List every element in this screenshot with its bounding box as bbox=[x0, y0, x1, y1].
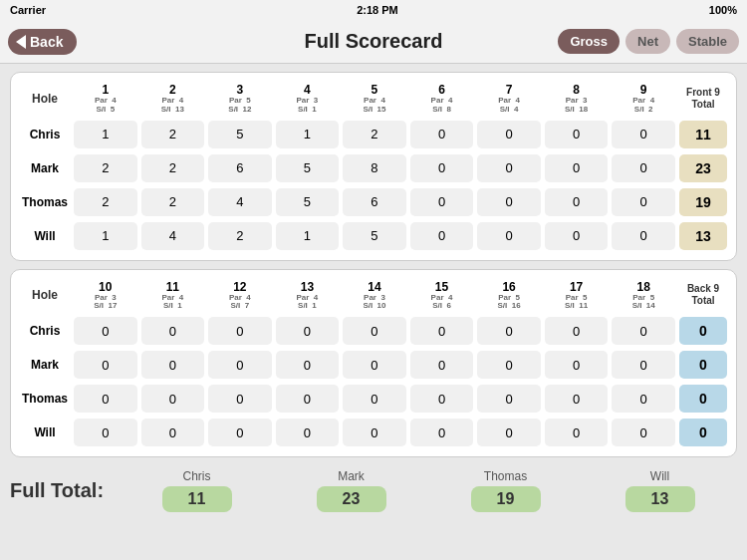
front-score-will-hole3[interactable]: 2 bbox=[207, 220, 273, 252]
front-score-will-hole7[interactable]: 0 bbox=[476, 220, 542, 252]
front-nine-table: Hole 1Par 4S/I 52Par 4S/I 133Par 5S/I 12… bbox=[17, 79, 730, 254]
front-score-will-hole4[interactable]: 1 bbox=[275, 220, 341, 252]
front-score-mark-hole5[interactable]: 8 bbox=[342, 152, 407, 184]
back-score-chris-hole10[interactable]: 0 bbox=[73, 315, 138, 347]
front-score-mark-hole7[interactable]: 0 bbox=[476, 152, 542, 184]
front-total-chris: 11 bbox=[678, 119, 728, 150]
front-score-will-hole5[interactable]: 5 bbox=[342, 220, 407, 252]
front-score-chris-hole1[interactable]: 1 bbox=[73, 119, 138, 150]
footer-player-will: Will13 bbox=[625, 469, 695, 512]
back-score-mark-hole13[interactable]: 0 bbox=[275, 349, 341, 381]
front-score-will-hole6[interactable]: 0 bbox=[409, 220, 475, 252]
back-score-will-hole18[interactable]: 0 bbox=[611, 417, 676, 448]
back-button[interactable]: Back bbox=[8, 29, 77, 55]
footer-player-total-mark: 23 bbox=[317, 486, 386, 512]
front-score-thomas-hole6[interactable]: 0 bbox=[409, 186, 475, 218]
front-score-chris-hole8[interactable]: 0 bbox=[544, 119, 610, 150]
back-score-chris-hole15[interactable]: 0 bbox=[409, 315, 475, 347]
back-score-mark-hole15[interactable]: 0 bbox=[409, 349, 475, 381]
footer-player-total-thomas: 19 bbox=[471, 486, 541, 512]
front-score-will-hole8[interactable]: 0 bbox=[544, 220, 610, 252]
back-score-mark-hole18[interactable]: 0 bbox=[611, 349, 676, 381]
back-score-will-hole10[interactable]: 0 bbox=[73, 417, 138, 448]
back-score-mark-hole14[interactable]: 0 bbox=[342, 349, 407, 381]
hole-header-back: Hole bbox=[19, 278, 71, 314]
front-score-mark-hole8[interactable]: 0 bbox=[544, 152, 610, 184]
back-score-thomas-hole13[interactable]: 0 bbox=[275, 383, 341, 415]
front-score-thomas-hole2[interactable]: 2 bbox=[140, 186, 206, 218]
front-score-chris-hole3[interactable]: 5 bbox=[207, 119, 273, 150]
back-score-mark-hole16[interactable]: 0 bbox=[476, 349, 542, 381]
stable-button[interactable]: Stable bbox=[676, 29, 739, 54]
back-hole-17-header: 17Par 5S/I 11 bbox=[544, 278, 610, 314]
back-score-chris-hole18[interactable]: 0 bbox=[611, 315, 676, 347]
front-score-thomas-hole7[interactable]: 0 bbox=[476, 186, 542, 218]
back-player-name-mark: Mark bbox=[19, 349, 71, 381]
front-score-chris-hole6[interactable]: 0 bbox=[409, 119, 475, 150]
back-score-thomas-hole10[interactable]: 0 bbox=[73, 383, 138, 415]
back-score-thomas-hole12[interactable]: 0 bbox=[207, 383, 273, 415]
back-total-chris: 0 bbox=[678, 315, 728, 347]
back-score-chris-hole11[interactable]: 0 bbox=[140, 315, 206, 347]
front-score-will-hole2[interactable]: 4 bbox=[140, 220, 206, 252]
front-score-thomas-hole9[interactable]: 0 bbox=[611, 186, 676, 218]
front-hole-8-header: 8Par 3S/I 18 bbox=[544, 81, 610, 117]
back-score-thomas-hole16[interactable]: 0 bbox=[476, 383, 542, 415]
back-score-will-hole14[interactable]: 0 bbox=[342, 417, 407, 448]
front-score-thomas-hole4[interactable]: 5 bbox=[275, 186, 341, 218]
back-score-chris-hole17[interactable]: 0 bbox=[544, 315, 610, 347]
footer-player-total-chris: 11 bbox=[162, 486, 232, 512]
front-score-mark-hole3[interactable]: 6 bbox=[207, 152, 273, 184]
front-score-mark-hole6[interactable]: 0 bbox=[409, 152, 475, 184]
back-score-will-hole16[interactable]: 0 bbox=[476, 417, 542, 448]
back-score-mark-hole12[interactable]: 0 bbox=[207, 349, 273, 381]
back-score-chris-hole12[interactable]: 0 bbox=[207, 315, 273, 347]
front-score-chris-hole7[interactable]: 0 bbox=[476, 119, 542, 150]
main-content: Hole 1Par 4S/I 52Par 4S/I 133Par 5S/I 12… bbox=[0, 64, 747, 465]
front-score-thomas-hole8[interactable]: 0 bbox=[544, 186, 610, 218]
front-score-thomas-hole3[interactable]: 4 bbox=[207, 186, 273, 218]
front-score-chris-hole9[interactable]: 0 bbox=[611, 119, 676, 150]
front-score-mark-hole1[interactable]: 2 bbox=[73, 152, 138, 184]
hole-header-front: Hole bbox=[19, 81, 71, 117]
score-type-buttons: Gross Net Stable bbox=[558, 29, 739, 54]
footer-player-name-thomas: Thomas bbox=[484, 469, 527, 483]
back-score-mark-hole11[interactable]: 0 bbox=[140, 349, 206, 381]
back-score-chris-hole13[interactable]: 0 bbox=[275, 315, 341, 347]
front-score-mark-hole4[interactable]: 5 bbox=[275, 152, 341, 184]
back-score-thomas-hole11[interactable]: 0 bbox=[140, 383, 206, 415]
front-score-will-hole1[interactable]: 1 bbox=[73, 220, 138, 252]
front-score-chris-hole2[interactable]: 2 bbox=[140, 119, 206, 150]
footer-player-name-chris: Chris bbox=[182, 469, 210, 483]
footer-player-total-will: 13 bbox=[625, 486, 695, 512]
front-score-chris-hole4[interactable]: 1 bbox=[275, 119, 341, 150]
back-score-chris-hole16[interactable]: 0 bbox=[476, 315, 542, 347]
front-player-name-thomas: Thomas bbox=[19, 186, 71, 218]
back-score-will-hole13[interactable]: 0 bbox=[275, 417, 341, 448]
back-score-will-hole15[interactable]: 0 bbox=[409, 417, 475, 448]
back-score-mark-hole10[interactable]: 0 bbox=[73, 349, 138, 381]
back-score-will-hole17[interactable]: 0 bbox=[544, 417, 610, 448]
front-score-chris-hole5[interactable]: 2 bbox=[342, 119, 407, 150]
front-score-mark-hole2[interactable]: 2 bbox=[140, 152, 206, 184]
front-score-thomas-hole1[interactable]: 2 bbox=[73, 186, 138, 218]
back-hole-13-header: 13Par 4S/I 1 bbox=[275, 278, 341, 314]
back-score-thomas-hole18[interactable]: 0 bbox=[611, 383, 676, 415]
front-score-mark-hole9[interactable]: 0 bbox=[611, 152, 676, 184]
front-score-thomas-hole5[interactable]: 6 bbox=[342, 186, 407, 218]
footer-player-thomas: Thomas19 bbox=[471, 469, 541, 512]
back-score-mark-hole17[interactable]: 0 bbox=[544, 349, 610, 381]
back-score-will-hole11[interactable]: 0 bbox=[140, 417, 206, 448]
net-button[interactable]: Net bbox=[625, 29, 670, 54]
front-total-thomas: 19 bbox=[678, 186, 728, 218]
back-score-thomas-hole14[interactable]: 0 bbox=[342, 383, 407, 415]
back-score-will-hole12[interactable]: 0 bbox=[207, 417, 273, 448]
back-score-chris-hole14[interactable]: 0 bbox=[342, 315, 407, 347]
back-score-thomas-hole17[interactable]: 0 bbox=[544, 383, 610, 415]
back-score-thomas-hole15[interactable]: 0 bbox=[409, 383, 475, 415]
gross-button[interactable]: Gross bbox=[558, 29, 620, 54]
front-score-will-hole9[interactable]: 0 bbox=[611, 220, 676, 252]
page-title: Full Scorecard bbox=[305, 30, 443, 53]
back-row-chris: Chris0000000000 bbox=[19, 315, 728, 347]
front-row-will: Will14215000013 bbox=[19, 220, 728, 252]
